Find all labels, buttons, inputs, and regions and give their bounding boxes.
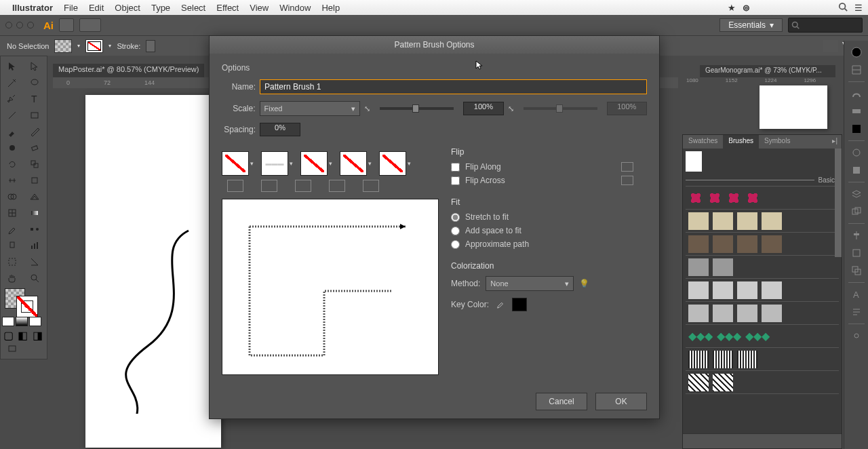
blob-brush-tool[interactable] <box>2 140 22 155</box>
eyedropper-tool[interactable] <box>2 222 22 237</box>
stroke-swatch[interactable] <box>85 39 103 53</box>
search-input[interactable] <box>788 18 863 33</box>
rotate-tool[interactable] <box>2 157 22 172</box>
key-color-swatch[interactable] <box>512 298 527 311</box>
graph-tool[interactable] <box>24 238 45 253</box>
gradient-tool[interactable] <box>24 206 45 220</box>
spotlight-icon[interactable] <box>838 2 848 14</box>
fit-space-radio[interactable] <box>451 227 460 235</box>
scrollbar-thumb[interactable] <box>835 149 842 257</box>
gradient-mode[interactable] <box>16 317 28 326</box>
brush-item-diamonds[interactable]: ◆◆◆◆◆◆◆◆◆ <box>686 325 839 348</box>
dock-gradient-icon[interactable] <box>848 104 865 119</box>
dock-transparency-icon[interactable] <box>848 121 865 136</box>
line-tool[interactable] <box>2 108 22 123</box>
dock-align-icon[interactable] <box>848 228 865 243</box>
artboard-tool[interactable] <box>2 254 22 269</box>
dock-artboards-icon[interactable] <box>848 204 865 219</box>
spacing-input[interactable]: 0% <box>260 123 300 136</box>
fit-approx-radio[interactable] <box>451 240 460 249</box>
paintbrush-tool[interactable] <box>2 124 22 139</box>
eraser-tool[interactable] <box>24 140 45 155</box>
panel-menu-icon[interactable]: ▸| <box>828 135 842 149</box>
brush-item-flowers[interactable] <box>686 187 839 210</box>
scale-slider[interactable] <box>380 107 454 110</box>
ok-button[interactable]: OK <box>595 393 647 410</box>
tab-swatches[interactable]: Swatches <box>683 135 723 149</box>
symbol-sprayer-tool[interactable] <box>2 238 22 253</box>
menu-select[interactable]: Select <box>181 3 205 13</box>
workspace-switcher[interactable]: Essentials ▾ <box>719 18 783 32</box>
flip-across-checkbox[interactable] <box>451 176 460 185</box>
tile-inner-corner[interactable] <box>300 151 328 176</box>
dock-transform-icon[interactable] <box>848 246 865 260</box>
scale-value[interactable]: 100% <box>463 102 503 115</box>
width-tool[interactable] <box>2 173 22 188</box>
brush-item-pattern[interactable] <box>686 279 839 302</box>
fit-stretch-radio[interactable] <box>451 213 460 222</box>
menu-object[interactable]: Object <box>115 3 140 13</box>
shape-builder-tool[interactable] <box>2 189 22 204</box>
selection-tool[interactable] <box>2 59 22 74</box>
color-mode[interactable] <box>2 317 14 326</box>
brush-item[interactable] <box>686 151 702 172</box>
brush-item-pattern[interactable] <box>686 233 839 256</box>
menu-list-icon[interactable]: ☰ <box>854 3 863 13</box>
window-controls[interactable] <box>5 22 34 28</box>
dock-color-icon[interactable] <box>848 45 865 60</box>
blend-tool[interactable] <box>24 222 45 237</box>
brush-basic-label[interactable]: Basic <box>686 174 839 187</box>
align-button[interactable] <box>823 40 838 52</box>
menu-edit[interactable]: Edit <box>89 3 104 13</box>
dock-layers-icon[interactable] <box>848 187 865 201</box>
star-icon[interactable]: ★ <box>728 3 736 13</box>
tile-dropdown[interactable]: ▾ <box>328 151 333 176</box>
dock-guide-icon[interactable] <box>848 62 865 77</box>
link-icon[interactable]: ⤡ <box>364 104 370 113</box>
menu-view[interactable]: View <box>250 3 269 13</box>
stroke-stepper[interactable] <box>146 40 155 52</box>
brush-item-pattern[interactable] <box>686 210 839 233</box>
link-icon-2[interactable]: ⤡ <box>508 104 514 113</box>
slice-tool[interactable] <box>24 254 45 269</box>
eyedropper-icon[interactable] <box>496 299 505 311</box>
tile-side[interactable]: ▬▬▬ <box>261 151 288 176</box>
draw-normal[interactable]: ▢ <box>3 329 15 338</box>
dock-graphic-styles-icon[interactable] <box>848 163 865 178</box>
none-mode[interactable] <box>29 317 41 326</box>
tile-end[interactable] <box>379 151 406 176</box>
dock-links-icon[interactable] <box>848 328 865 343</box>
document-tab-1[interactable]: MapPoster.ai* @ 80.57% (CMYK/Preview) <box>53 64 204 77</box>
flip-along-checkbox[interactable] <box>451 163 460 172</box>
lasso-tool[interactable] <box>24 75 45 90</box>
arrange-button[interactable] <box>79 18 101 32</box>
fill-stroke-control[interactable] <box>2 287 45 315</box>
tab-brushes[interactable]: Brushes <box>723 135 759 149</box>
bridge-button[interactable] <box>59 18 74 32</box>
dock-type-icon[interactable]: A <box>848 287 865 302</box>
tile-dropdown[interactable]: ▾ <box>249 151 254 176</box>
scale-slider-2[interactable] <box>524 107 597 110</box>
stroke-color[interactable] <box>17 296 37 317</box>
tile-dropdown[interactable]: ▾ <box>288 151 294 176</box>
type-tool[interactable]: T <box>24 92 45 106</box>
mesh-tool[interactable] <box>2 206 22 220</box>
fill-swatch[interactable] <box>54 39 72 53</box>
scale-dropdown[interactable]: Fixed ▾ <box>260 101 361 116</box>
zoom-tool[interactable] <box>24 271 45 286</box>
pen-tool[interactable] <box>2 92 22 106</box>
brush-item-pattern[interactable] <box>686 348 839 371</box>
brush-item-pattern[interactable] <box>686 302 839 325</box>
method-dropdown[interactable]: None ▾ <box>486 276 574 291</box>
tile-outer-corner[interactable] <box>222 151 249 176</box>
scale-tool[interactable] <box>24 157 45 172</box>
pencil-tool[interactable] <box>24 124 45 139</box>
menu-file[interactable]: File <box>64 3 78 13</box>
menu-window[interactable]: Window <box>279 3 311 13</box>
menu-effect[interactable]: Effect <box>216 3 239 13</box>
name-input[interactable] <box>260 79 647 94</box>
hand-tool[interactable] <box>2 271 22 286</box>
cancel-button[interactable]: Cancel <box>536 393 587 410</box>
chevron-down-icon[interactable]: ▾ <box>108 43 111 49</box>
menu-type[interactable]: Type <box>151 3 170 13</box>
